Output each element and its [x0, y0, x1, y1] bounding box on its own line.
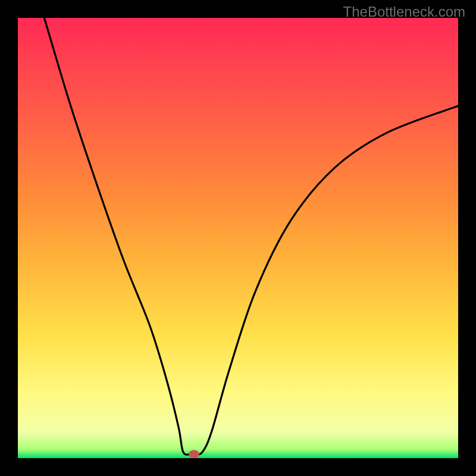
gradient-background — [18, 18, 458, 458]
optimal-point-marker — [189, 450, 199, 458]
bottleneck-curve-chart — [18, 18, 458, 458]
chart-frame — [18, 18, 458, 458]
watermark-text: TheBottleneck.com — [343, 4, 465, 20]
